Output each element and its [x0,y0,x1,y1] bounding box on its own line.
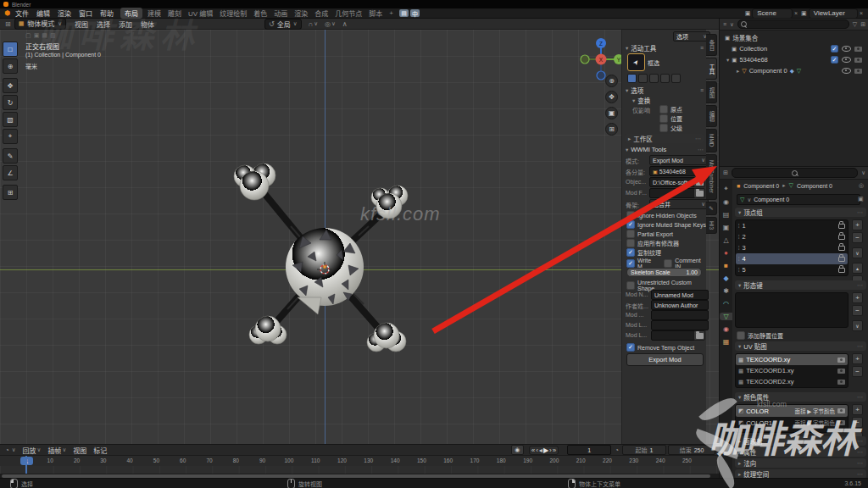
fake-user-icon[interactable]: ▣ [858,196,864,202]
shapekey-specials-button[interactable]: ∨ [852,320,863,331]
tab-scene-icon[interactable]: △ [723,236,728,244]
transform-subsection-header[interactable]: 变换 [637,96,650,105]
viewlayer-selector[interactable]: ViewLayer [809,8,858,19]
lock-icon[interactable] [838,257,845,262]
prev-keyframe-button[interactable]: ‹ [536,446,538,454]
editor-type-icon[interactable]: ⊞ [5,20,11,28]
tab-tool[interactable]: 工具 [706,58,717,80]
breadcrumb-object[interactable]: Component 0 [743,183,779,189]
collapse-icon[interactable]: ▾ [626,45,628,52]
tab-matcombiner[interactable]: MatCombiner [706,154,717,200]
object-path-field[interactable]: D:\Office-software... [649,177,698,187]
uv-map-row-selected[interactable]: ▦TEXCOORD.xy [736,354,848,365]
camera-view-button[interactable]: ▣ [605,107,618,119]
properties-search-input[interactable] [732,168,858,178]
tab-material-icon[interactable]: ◉ [723,325,729,333]
options-section-header[interactable]: 选项 [631,86,643,95]
navigation-gizmo[interactable]: Z Y X [576,34,626,85]
vgroup-specials-button[interactable]: ∨ [852,247,863,258]
scene-new-icon[interactable]: × [794,10,798,16]
tool-select-box[interactable]: □ [3,42,18,57]
outliner-editor-icon[interactable]: ≡ [723,21,726,27]
active-render-icon[interactable] [837,369,845,374]
section-normals[interactable]: ▸法向⋯ [735,458,866,468]
tab-view[interactable]: 视图 [706,81,717,103]
tab-viewlayer-icon[interactable]: ▣ [723,224,730,231]
select-mode-invert[interactable] [660,74,670,83]
uvmap-add-button[interactable]: + [852,353,863,364]
color-attributes-header[interactable]: ▾ 颜色属性 ⋯ [735,392,866,402]
active-render-icon[interactable] [837,380,845,385]
ignore-muted-checkbox[interactable]: ✓ [626,220,635,229]
model-component0[interactable] [208,148,437,394]
prev-frame-button[interactable]: ◂ [539,446,542,454]
shapekey-remove-button[interactable]: − [852,305,863,316]
current-frame-field[interactable]: 1 [567,445,611,455]
section-attributes[interactable]: ▸属性⋯ [735,447,866,457]
section-face-maps[interactable]: ▸面映射⋯ [735,436,866,446]
comment-ini-checkbox[interactable]: ✓ [664,259,672,268]
properties-editor-icon[interactable]: ⊞ [723,169,728,176]
shape-keys-header[interactable]: ▾ 形态键 ⋯ [735,280,866,290]
mesh-name-field[interactable]: ▽ ∨ Component 0 [737,194,860,205]
uv-maps-header[interactable]: ▾ UV 贴图 ⋯ [735,341,866,351]
vertex-group-row[interactable]: ⦙2 [736,231,848,242]
hide-eye-icon[interactable] [842,57,851,63]
mod-desc-field[interactable] [651,310,709,320]
render-camera-icon[interactable] [854,58,862,63]
keyboard-icon[interactable]: ▤ [399,9,409,17]
tab-mmd[interactable]: MMD [706,129,717,152]
tab-texture-paint[interactable]: 纹理绘制 [216,8,250,19]
hide-eye-icon[interactable] [842,68,851,74]
tab-animation[interactable]: 动画 [270,8,291,19]
tab-scripting[interactable]: 脚本 [365,8,386,19]
author-field[interactable]: Unknown Author [651,300,709,310]
menu-playback[interactable]: 回放 [23,446,36,455]
menu-file[interactable]: 文件 [15,8,29,18]
playback-dropdown[interactable]: ∨ [37,446,42,453]
component-field[interactable]: ▣ 53404e68 × [649,166,709,176]
tab-object-icon[interactable]: ■ [724,262,728,269]
tab-compositing[interactable]: 合成 [311,8,331,19]
write-ini-checkbox[interactable]: ✓ [626,259,635,268]
active-render-icon[interactable] [837,408,845,413]
tab-edit[interactable]: 编辑 [706,105,717,127]
tab-tool-icon[interactable]: ⌖ [724,185,728,193]
timeline-editor-dropdown[interactable]: ∨ [12,446,16,453]
render-camera-icon[interactable] [854,47,862,52]
menu-keying[interactable]: 插帧 [47,446,61,455]
jump-to-end-button[interactable]: » [553,446,556,454]
tab-geometry-nodes[interactable]: 几何节点 [331,8,365,19]
play-button[interactable]: ▶ [543,446,548,454]
collection-checkbox[interactable]: ✓ [831,45,838,53]
viewlayer-close-icon[interactable]: × [860,10,863,16]
proportional-edit-icon[interactable]: ◎ [325,20,331,28]
keying-dropdown[interactable]: ∨ [62,446,66,453]
copy-textures-checkbox[interactable]: ✓ [626,248,635,257]
select-mode-subtract[interactable] [649,74,659,83]
frame-end-field[interactable]: 结束250 [668,445,715,455]
tool-move[interactable]: ✥ [3,78,18,93]
lock-icon[interactable] [838,268,845,273]
active-tool-button[interactable]: ➤ [627,53,645,71]
outliner-settings-icon[interactable]: ⊞ [860,21,865,28]
vertex-group-row[interactable]: ⦙1 [736,220,848,231]
tab-texture-icon[interactable]: ▦ [723,338,730,346]
workspace-section-header[interactable]: ▸ 工作区 ⋯ [625,134,704,143]
mode-dropdown[interactable]: Export Mod∨ [649,155,709,165]
color-attribute-row-selected[interactable]: ◩ COLOR 面拐 ▶ 字节颜色 [736,405,848,417]
colorattr-add-button[interactable]: + [852,404,863,415]
add-workspace-button[interactable]: + [386,8,397,18]
transform-orientation-dropdown[interactable]: ↺ 全局 ∨ [264,19,301,30]
viewport-options-button[interactable]: 选项∨ [673,31,710,42]
tab-shading[interactable]: 着色 [250,8,270,19]
frame-start-field[interactable]: 起始1 [622,445,666,455]
tool-annotate[interactable]: ✎ [3,148,18,164]
mod-logo-folder-button[interactable] [693,330,705,341]
outliner-row-component0[interactable]: ▸ ▽ Component 0 ◆ ▽ [720,65,868,76]
pin-icon[interactable]: ◎ [859,182,864,189]
export-mod-button[interactable]: Export Mod [626,353,704,366]
active-render-icon[interactable] [837,420,845,425]
tab-world-icon[interactable]: ● [724,249,728,257]
colorattr-remove-button[interactable]: − [852,417,863,428]
